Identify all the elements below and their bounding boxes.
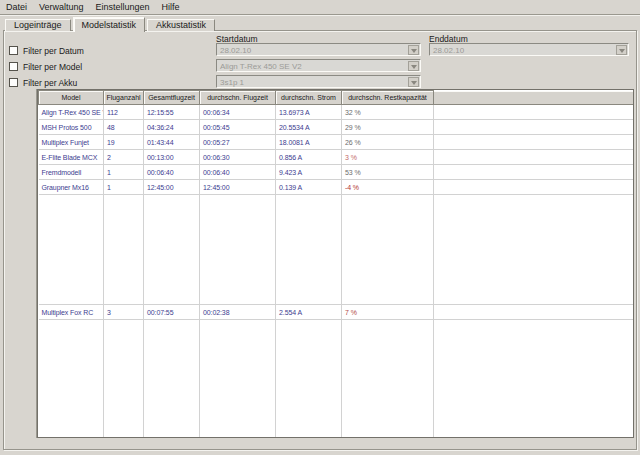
- cell-filler: [434, 150, 634, 165]
- cell-restkapazitaet: 7 %: [342, 305, 434, 320]
- startdatum-dropdown-icon[interactable]: [408, 45, 419, 55]
- table-row[interactable]: Multiplex Fox RC300:07:5500:02:382.554 A…: [39, 305, 634, 320]
- enddatum-combobox[interactable]: 28.02.10: [429, 43, 629, 56]
- table-row[interactable]: Multiplex Funjet1901:43:4400:05:2718.008…: [39, 135, 634, 150]
- cell-avg-flugzeit: 00:02:38: [200, 305, 276, 320]
- tab-logeinträge[interactable]: Logeinträge: [5, 19, 71, 31]
- cell-avg-flugzeit: 00:05:45: [200, 120, 276, 135]
- akku-dropdown-icon[interactable]: [408, 77, 419, 87]
- cell-filler: [434, 105, 634, 120]
- cell-avg-flugzeit: 00:05:27: [200, 135, 276, 150]
- column-header-durchschn-restkapazität[interactable]: durchschn. Restkapazität: [342, 91, 434, 105]
- startdatum-combobox[interactable]: 28.02.10: [216, 43, 421, 56]
- cell-avg-flugzeit: 00:06:40: [200, 165, 276, 180]
- empty-cell: [39, 195, 104, 305]
- table-filler-area: [39, 320, 634, 438]
- column-header-durchschn-flugzeit[interactable]: durchschn. Flugzeit: [200, 91, 276, 105]
- cell-fluganzahl: 1: [104, 180, 144, 195]
- filter-model-row: Filter per Model: [9, 61, 82, 72]
- menu-item-hilfe[interactable]: Hilfe: [156, 1, 186, 13]
- cell-avg-flugzeit: 00:06:34: [200, 105, 276, 120]
- empty-cell: [434, 195, 634, 305]
- cell-filler: [434, 120, 634, 135]
- empty-cell: [200, 320, 276, 438]
- cell-avg-strom: 2.554 A: [276, 305, 342, 320]
- table-row[interactable]: E-Flite Blade MCX200:13:0000:06:300.856 …: [39, 150, 634, 165]
- tab-akkustatistik[interactable]: Akkustatistik: [147, 19, 215, 31]
- column-header-model[interactable]: Model: [39, 91, 104, 105]
- cell-filler: [434, 305, 634, 320]
- cell-model: Graupner Mx16: [39, 180, 104, 195]
- cell-gesamtflugzeit: 12:15:55: [144, 105, 200, 120]
- cell-filler: [434, 135, 634, 150]
- column-header-durchschn-strom[interactable]: durchschn. Strom: [276, 91, 342, 105]
- cell-model: Multiplex Fox RC: [39, 305, 104, 320]
- cell-fluganzahl: 1: [104, 165, 144, 180]
- table-row[interactable]: Align T-Rex 450 SE V211212:15:5500:06:34…: [39, 105, 634, 120]
- menu-item-einstellungen[interactable]: Einstellungen: [90, 1, 156, 13]
- model-statistics-table: ModelFluganzahlGesamtflugzeitdurchschn. …: [37, 89, 634, 438]
- cell-fluganzahl: 112: [104, 105, 144, 120]
- cell-model: Multiplex Funjet: [39, 135, 104, 150]
- menu-bar: DateiVerwaltungEinstellungenHilfe: [0, 0, 640, 15]
- cell-avg-strom: 9.423 A: [276, 165, 342, 180]
- akku-combobox[interactable]: 3s1p 1: [216, 75, 421, 88]
- cell-gesamtflugzeit: 00:13:00: [144, 150, 200, 165]
- table-row[interactable]: MSH Protos 5004804:36:2400:05:4520.5534 …: [39, 120, 634, 135]
- column-header-filler: [434, 91, 634, 105]
- empty-cell: [342, 195, 434, 305]
- filter-datum-row: Filter per Datum: [9, 45, 84, 56]
- startdatum-value: 28.02.10: [220, 46, 251, 55]
- cell-restkapazitaet: 3 %: [342, 150, 434, 165]
- empty-cell: [104, 195, 144, 305]
- menu-item-verwaltung[interactable]: Verwaltung: [33, 1, 90, 13]
- cell-model: E-Flite Blade MCX: [39, 150, 104, 165]
- cell-avg-strom: 0.856 A: [276, 150, 342, 165]
- empty-cell: [276, 195, 342, 305]
- filter-akku-checkbox[interactable]: [9, 78, 18, 87]
- empty-cell: [434, 320, 634, 438]
- empty-cell: [104, 320, 144, 438]
- table-row[interactable]: Fremdmodell100:06:4000:06:409.423 A53 %: [39, 165, 634, 180]
- table-row[interactable]: Graupner Mx16112:45:0012:45:000.139 A-4 …: [39, 180, 634, 195]
- cell-restkapazitaet: 26 %: [342, 135, 434, 150]
- cell-gesamtflugzeit: 01:43:44: [144, 135, 200, 150]
- cell-avg-strom: 0.139 A: [276, 180, 342, 195]
- empty-cell: [342, 320, 434, 438]
- column-header-gesamtflugzeit[interactable]: Gesamtflugzeit: [144, 91, 200, 105]
- table-header-row: ModelFluganzahlGesamtflugzeitdurchschn. …: [39, 91, 634, 105]
- enddatum-dropdown-icon[interactable]: [616, 45, 627, 55]
- cell-restkapazitaet: -4 %: [342, 180, 434, 195]
- cell-avg-strom: 13.6973 A: [276, 105, 342, 120]
- cell-gesamtflugzeit: 12:45:00: [144, 180, 200, 195]
- tab-modelstatistik[interactable]: Modelstatistik: [73, 17, 146, 32]
- model-dropdown-icon[interactable]: [408, 61, 419, 71]
- cell-fluganzahl: 3: [104, 305, 144, 320]
- empty-cell: [276, 320, 342, 438]
- cell-gesamtflugzeit: 04:36:24: [144, 120, 200, 135]
- filter-datum-checkbox[interactable]: [9, 46, 18, 55]
- filter-model-checkbox[interactable]: [9, 62, 18, 71]
- cell-restkapazitaet: 32 %: [342, 105, 434, 120]
- tab-bar: LogeinträgeModelstatistikAkkustatistik: [5, 16, 217, 31]
- cell-model: Align T-Rex 450 SE V2: [39, 105, 104, 120]
- column-header-fluganzahl[interactable]: Fluganzahl: [104, 91, 144, 105]
- model-value: Align T-Rex 450 SE V2: [220, 62, 302, 71]
- cell-avg-flugzeit: 00:06:30: [200, 150, 276, 165]
- cell-fluganzahl: 48: [104, 120, 144, 135]
- filter-model-label: Filter per Model: [23, 62, 82, 72]
- model-combobox[interactable]: Align T-Rex 450 SE V2: [216, 59, 421, 72]
- menu-item-datei[interactable]: Datei: [0, 1, 33, 13]
- cell-filler: [434, 165, 634, 180]
- cell-model: Fremdmodell: [39, 165, 104, 180]
- cell-restkapazitaet: 53 %: [342, 165, 434, 180]
- cell-gesamtflugzeit: 00:06:40: [144, 165, 200, 180]
- empty-cell: [144, 195, 200, 305]
- filter-akku-row: Filter per Akku: [9, 77, 77, 88]
- cell-filler: [434, 180, 634, 195]
- cell-fluganzahl: 19: [104, 135, 144, 150]
- cell-model: MSH Protos 500: [39, 120, 104, 135]
- filter-datum-label: Filter per Datum: [23, 46, 84, 56]
- enddatum-value: 28.02.10: [433, 46, 464, 55]
- filter-akku-label: Filter per Akku: [23, 78, 77, 88]
